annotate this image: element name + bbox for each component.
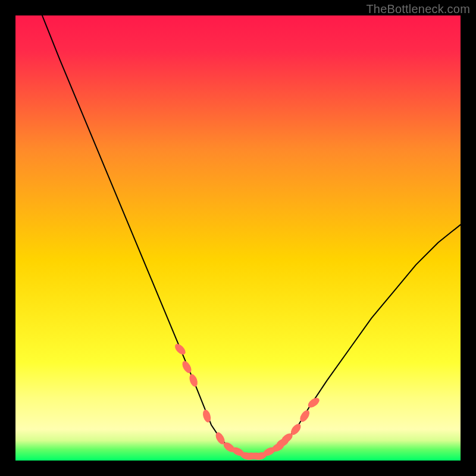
gradient-background: [15, 15, 461, 461]
watermark-text: TheBottleneck.com: [366, 2, 470, 16]
chart-svg: [15, 15, 461, 461]
chart-frame: [15, 15, 461, 461]
